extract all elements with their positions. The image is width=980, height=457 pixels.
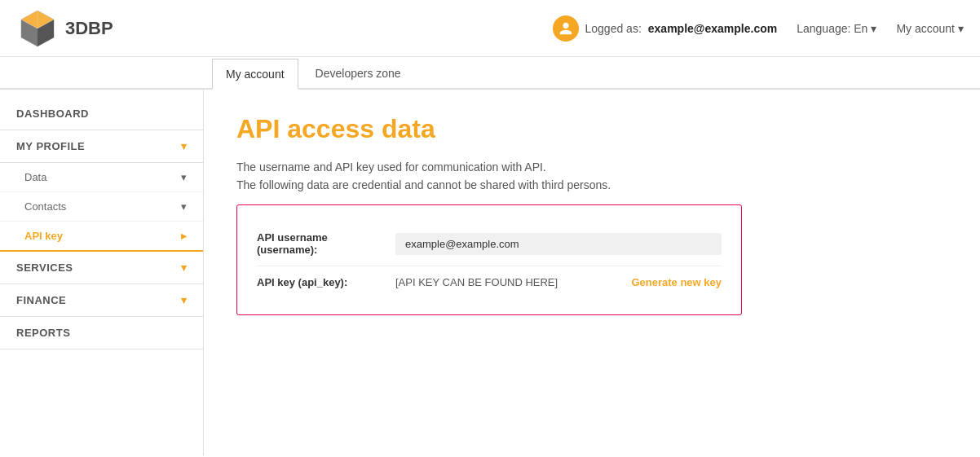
contacts-chevron-icon bbox=[181, 200, 187, 213]
sidebar-item-my-profile-label: MY PROFILE bbox=[16, 140, 85, 152]
user-avatar-icon bbox=[553, 15, 579, 42]
services-chevron-icon bbox=[181, 261, 188, 274]
api-username-value: example@example.com bbox=[395, 233, 722, 255]
content-area: API access data The username and API key… bbox=[204, 90, 980, 455]
logged-as-section: Logged as: example@example.com bbox=[553, 15, 778, 42]
finance-chevron-icon bbox=[181, 294, 188, 306]
generate-new-key-button[interactable]: Generate new key bbox=[631, 276, 722, 288]
sidebar: DASHBOARD MY PROFILE Data Contacts API k… bbox=[0, 90, 204, 455]
api-username-label: API username(username): bbox=[257, 231, 379, 256]
sidebar-item-services-label: SERVICES bbox=[16, 261, 73, 274]
sub-nav: My account Developers zone bbox=[0, 57, 980, 90]
sidebar-sub-item-api-key[interactable]: API key bbox=[0, 222, 203, 252]
tab-developers-zone-label: Developers zone bbox=[316, 67, 401, 80]
sidebar-item-services[interactable]: SERVICES bbox=[0, 252, 203, 284]
page-title: API access data bbox=[236, 114, 947, 144]
logged-as-email: example@example.com bbox=[648, 22, 777, 35]
sidebar-sub-item-contacts-label: Contacts bbox=[24, 200, 66, 213]
api-key-row: API key (api_key): [API KEY CAN BE FOUND… bbox=[257, 266, 722, 298]
page-title-part1: API access bbox=[236, 114, 382, 143]
main-layout: DASHBOARD MY PROFILE Data Contacts API k… bbox=[0, 90, 980, 455]
page-title-part2: data bbox=[382, 114, 435, 143]
my-account-header-label: My account bbox=[896, 22, 955, 35]
tab-developers-zone[interactable]: Developers zone bbox=[302, 57, 415, 88]
sidebar-item-reports[interactable]: REPORTS bbox=[0, 317, 203, 349]
sidebar-sub-item-api-key-label: API key bbox=[24, 230, 63, 242]
logged-as-label: Logged as: bbox=[585, 22, 642, 35]
sidebar-sub-item-contacts[interactable]: Contacts bbox=[0, 192, 203, 222]
language-chevron-icon bbox=[871, 22, 876, 35]
logo-area: 3DBP bbox=[16, 7, 179, 50]
sidebar-item-my-profile[interactable]: MY PROFILE bbox=[0, 130, 203, 163]
api-username-row: API username(username): example@example.… bbox=[257, 222, 722, 266]
sidebar-sub-item-data-label: Data bbox=[24, 171, 46, 183]
api-key-chevron-icon bbox=[181, 230, 187, 242]
sidebar-item-dashboard-label: DASHBOARD bbox=[16, 108, 89, 120]
my-account-chevron-icon bbox=[958, 22, 964, 35]
api-key-value: [API KEY CAN BE FOUND HERE] bbox=[395, 276, 615, 288]
description-line2: The following data are credential and ca… bbox=[236, 178, 947, 191]
language-label: Language: En bbox=[797, 22, 867, 35]
sidebar-item-finance-label: FINANCE bbox=[16, 294, 66, 306]
logo-icon bbox=[16, 7, 59, 50]
tab-my-account-label: My account bbox=[226, 68, 285, 81]
my-account-header-button[interactable]: My account bbox=[896, 22, 964, 35]
header-right: Logged as: example@example.com Language:… bbox=[553, 15, 965, 42]
my-profile-chevron-icon bbox=[181, 140, 188, 152]
logo-text: 3DBP bbox=[65, 18, 113, 39]
data-chevron-icon bbox=[181, 171, 187, 183]
sidebar-item-dashboard[interactable]: DASHBOARD bbox=[0, 98, 203, 130]
sidebar-item-reports-label: REPORTS bbox=[16, 327, 70, 339]
api-credentials-box: API username(username): example@example.… bbox=[236, 204, 742, 315]
sidebar-sub-item-data[interactable]: Data bbox=[0, 163, 203, 192]
description-line1: The username and API key used for commun… bbox=[236, 160, 947, 174]
api-key-label: API key (api_key): bbox=[257, 276, 379, 288]
language-selector[interactable]: Language: En bbox=[797, 22, 876, 35]
header: 3DBP Logged as: example@example.com Lang… bbox=[0, 0, 980, 57]
sidebar-item-finance[interactable]: FINANCE bbox=[0, 284, 203, 317]
tab-my-account[interactable]: My account bbox=[212, 59, 298, 90]
